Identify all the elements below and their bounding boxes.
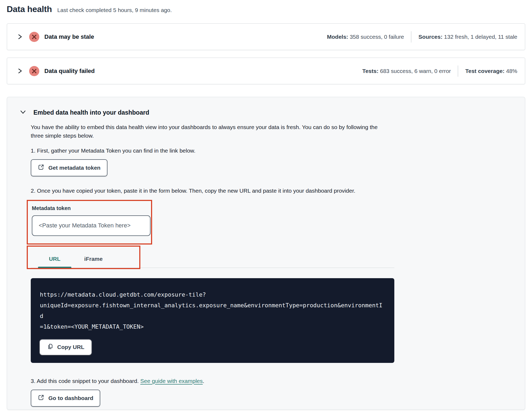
- embed-description: You have the ability to embed this data …: [31, 123, 390, 140]
- error-status-icon: [29, 66, 40, 76]
- output-format-tabs-wrap: URL iFrame: [31, 247, 394, 270]
- step2-text: 2. Once you have copied your token, past…: [31, 188, 394, 194]
- step3-suffix: .: [203, 378, 204, 384]
- status-stats: Models: 358 success, 0 failure Sources: …: [327, 31, 517, 42]
- embed-url-line: =1&token=<YOUR_METADATA_TOKEN>: [40, 321, 385, 332]
- step3-text: 3. Add this code snippet to your dashboa…: [31, 378, 394, 384]
- status-title: Data quality failed: [44, 68, 95, 75]
- step1-text: 1. First, gather your Metadata Token you…: [31, 148, 394, 154]
- status-title: Data may be stale: [44, 33, 94, 40]
- models-stat-value: 358 success, 0 failure: [348, 34, 404, 40]
- go-to-dashboard-button[interactable]: Go to dashboard: [31, 390, 100, 407]
- copy-url-button[interactable]: Copy URL: [40, 340, 91, 355]
- coverage-stat-value: 48%: [504, 68, 517, 74]
- sources-stat-value: 132 fresh, 1 delayed, 11 stale: [442, 34, 517, 40]
- status-card-data-quality: Data quality failed Tests: 683 success, …: [7, 57, 525, 84]
- status-stats: Tests: 683 success, 6 warn, 0 error Test…: [362, 65, 517, 77]
- tests-stat-label: Tests:: [362, 68, 378, 74]
- annotation-highlight-token-field: Metadata token: [27, 200, 152, 245]
- get-metadata-token-label: Get metadata token: [48, 165, 101, 171]
- last-check-status: Last check completed 5 hours, 9 minutes …: [57, 7, 172, 13]
- sources-stat: Sources: 132 fresh, 1 delayed, 11 stale: [418, 34, 517, 40]
- step3-prefix: 3. Add this code snippet to your dashboa…: [31, 378, 140, 384]
- tests-stat: Tests: 683 success, 6 warn, 0 error: [362, 68, 451, 74]
- error-status-icon: [29, 32, 40, 42]
- embed-url-code-block: https://metadata.cloud.getdbt.com/exposu…: [31, 278, 394, 363]
- page-title: Data health: [7, 4, 52, 14]
- sources-stat-label: Sources:: [418, 34, 442, 40]
- tests-stat-value: 683 success, 6 warn, 0 error: [379, 68, 451, 74]
- coverage-stat: Test coverage: 48%: [465, 68, 517, 74]
- tab-iframe[interactable]: iFrame: [77, 256, 110, 267]
- external-link-icon: [38, 394, 44, 402]
- page-header: Data health Last check completed 5 hours…: [7, 4, 525, 14]
- status-card-data-stale: Data may be stale Models: 358 success, 0…: [7, 23, 525, 50]
- go-to-dashboard-label: Go to dashboard: [48, 395, 93, 401]
- coverage-stat-label: Test coverage:: [465, 68, 504, 74]
- embed-url-line: uniqueId=exposure.fishtown_internal_anal…: [40, 300, 385, 321]
- models-stat-label: Models:: [327, 34, 348, 40]
- expand-chevron-right-icon[interactable]: [17, 68, 23, 74]
- stat-divider: [411, 31, 411, 42]
- copy-icon: [47, 343, 53, 351]
- data-health-page: Data health Last check completed 5 hours…: [0, 0, 532, 410]
- embed-section-header[interactable]: Embed data health into your dashboard: [7, 108, 525, 117]
- embed-section-title: Embed data health into your dashboard: [33, 109, 149, 116]
- embed-url-line: https://metadata.cloud.getdbt.com/exposu…: [40, 289, 385, 300]
- see-guide-link[interactable]: See guide with examples: [140, 378, 203, 384]
- expand-chevron-right-icon[interactable]: [17, 34, 23, 40]
- stat-divider: [458, 65, 458, 77]
- copy-url-label: Copy URL: [57, 344, 84, 350]
- collapse-chevron-down-icon[interactable]: [20, 108, 26, 117]
- embed-section-card: Embed data health into your dashboard Yo…: [7, 97, 525, 410]
- get-metadata-token-button[interactable]: Get metadata token: [31, 159, 107, 176]
- embed-section-body: You have the ability to embed this data …: [31, 123, 394, 407]
- metadata-token-input[interactable]: [32, 215, 151, 236]
- models-stat: Models: 358 success, 0 failure: [327, 34, 404, 40]
- output-format-tabs: URL iFrame: [31, 247, 394, 268]
- token-field-label: Metadata token: [32, 205, 148, 211]
- external-link-icon: [38, 164, 44, 172]
- tab-url[interactable]: URL: [38, 256, 71, 267]
